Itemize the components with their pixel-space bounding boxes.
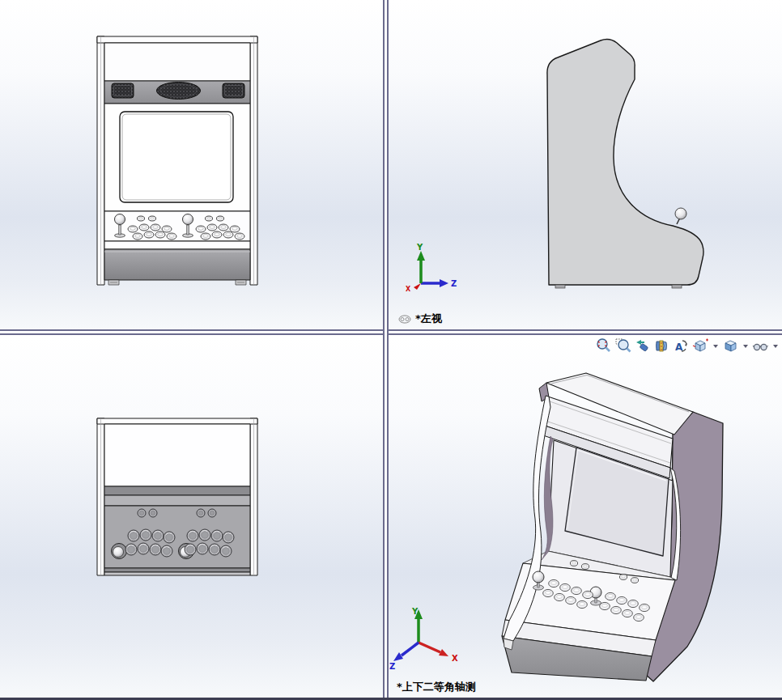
viewport-front[interactable]	[0, 0, 383, 329]
view-orientation-icon[interactable]	[692, 337, 709, 354]
x-axis-label: X	[406, 286, 411, 293]
viewport-side[interactable]: Y Z X *左视	[389, 0, 782, 329]
zoom-to-area-icon[interactable]	[614, 337, 631, 354]
iso-cabinet[interactable]	[502, 373, 723, 681]
dynamic-annotation-views-icon[interactable]: A	[673, 337, 690, 354]
joystick-p1[interactable]	[533, 571, 544, 590]
display-style-dropdown-icon[interactable]	[743, 345, 748, 348]
axis-triad: Y Z X	[401, 243, 461, 295]
control-panel[interactable]	[104, 211, 250, 241]
view-label: *左视	[398, 312, 442, 326]
view-label: *上下二等角轴测	[397, 680, 476, 694]
hide-show-items-dropdown-icon[interactable]	[773, 345, 778, 348]
joystick-ball	[675, 208, 686, 219]
viewport-grid: Y Z X *左视	[0, 0, 782, 700]
top-view-drawing	[89, 412, 267, 582]
top-cabinet[interactable]	[97, 418, 257, 575]
speaker-band[interactable]	[104, 81, 250, 104]
z-axis-label: Z	[389, 662, 395, 671]
speaker-grille-center	[157, 83, 201, 100]
side-profile[interactable]	[547, 40, 703, 288]
joystick-p1[interactable]	[112, 544, 127, 559]
viewport-divider-horizontal[interactable]	[0, 329, 782, 335]
previous-view-icon[interactable]	[634, 337, 651, 354]
x-axis-label: X	[452, 654, 458, 663]
marquee[interactable]	[104, 43, 250, 81]
y-axis-label: Y	[411, 607, 419, 616]
view-label-text: *上下二等角轴测	[397, 680, 476, 694]
view-orientation-dropdown-icon[interactable]	[713, 345, 718, 348]
screen[interactable]	[120, 112, 233, 202]
front-cabinet[interactable]	[97, 36, 257, 285]
section-view-icon[interactable]	[653, 337, 670, 354]
heads-up-toolbar: A	[595, 337, 780, 354]
front-view-drawing	[89, 32, 267, 291]
link-icon	[398, 315, 411, 324]
side-view-drawing	[502, 24, 745, 299]
base-panel[interactable]	[104, 249, 250, 280]
isometric-view-drawing	[486, 363, 745, 687]
view-label-text: *左视	[415, 312, 442, 326]
hide-show-items-icon[interactable]	[752, 337, 769, 354]
viewport-top[interactable]	[0, 335, 383, 698]
display-style-icon[interactable]	[722, 337, 739, 354]
control-panel-top[interactable]	[104, 506, 250, 568]
feet	[108, 280, 246, 285]
viewport-divider-vertical[interactable]	[383, 0, 389, 698]
top-cap	[97, 36, 257, 43]
marquee-top	[104, 424, 250, 486]
z-axis-label: Z	[451, 279, 457, 288]
y-axis-label: Y	[416, 243, 423, 252]
axis-triad: Y X Z	[389, 606, 465, 671]
viewport-isometric[interactable]: A	[389, 335, 782, 698]
zoom-to-fit-icon[interactable]	[595, 337, 612, 354]
